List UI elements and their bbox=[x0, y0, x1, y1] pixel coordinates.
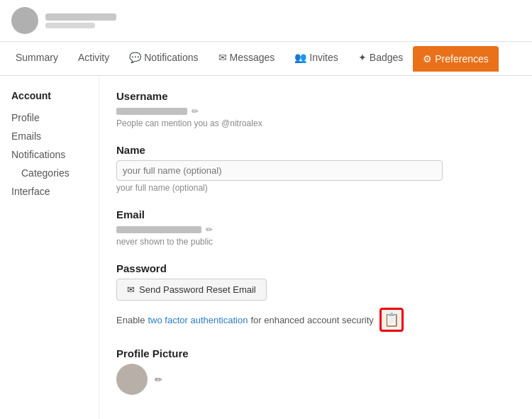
username-value-blur bbox=[116, 108, 187, 115]
email-value-blur bbox=[116, 226, 201, 233]
username-label: Username bbox=[116, 90, 515, 102]
username-blur bbox=[45, 13, 116, 21]
main-layout: Account Profile Emails Notifications Cat… bbox=[0, 76, 532, 419]
profile-picture-edit-icon[interactable]: ✏ bbox=[155, 374, 162, 385]
profile-picture-image bbox=[116, 364, 148, 395]
pencil-clipboard-icon: 📋 bbox=[384, 312, 399, 328]
tab-notifications[interactable]: 💬 Notifications bbox=[119, 42, 208, 75]
sidebar-item-interface[interactable]: Interface bbox=[11, 182, 87, 201]
password-label: Password bbox=[116, 262, 515, 274]
email-row: ✏ bbox=[116, 225, 515, 235]
send-password-reset-button[interactable]: ✉ Send Password Reset Email bbox=[116, 279, 267, 301]
username-edit-icon[interactable]: ✏ bbox=[192, 106, 199, 116]
username-row: ✏ bbox=[116, 106, 515, 116]
name-label: Name bbox=[116, 144, 515, 156]
envelope-icon-btn: ✉ bbox=[127, 284, 135, 295]
name-section: Name your full name (optional) bbox=[116, 144, 515, 193]
profile-picture-label: Profile Picture bbox=[116, 347, 515, 359]
gear-icon: ⚙ bbox=[423, 53, 432, 65]
name-input[interactable] bbox=[116, 160, 443, 181]
two-factor-link[interactable]: two factor authentication bbox=[148, 315, 248, 325]
tab-messages[interactable]: ✉ Messages bbox=[209, 42, 285, 75]
users-icon: 👥 bbox=[294, 52, 306, 63]
two-factor-line: Enable two factor authentication for enh… bbox=[116, 308, 515, 332]
username-hint: People can mention you as @nitroalex bbox=[116, 118, 515, 128]
email-hint: never shown to the public bbox=[116, 237, 515, 247]
tab-invites[interactable]: 👥 Invites bbox=[284, 42, 348, 75]
two-factor-highlighted-icon[interactable]: 📋 bbox=[379, 308, 404, 332]
name-hint: your full name (optional) bbox=[116, 183, 515, 193]
sidebar-item-profile[interactable]: Profile bbox=[11, 108, 87, 127]
asterisk-icon: ✦ bbox=[358, 52, 367, 63]
user-sub-blur bbox=[45, 23, 95, 28]
user-info bbox=[45, 13, 116, 28]
profile-pic-row: ✏ bbox=[116, 364, 515, 395]
envelope-icon: ✉ bbox=[218, 52, 227, 63]
sidebar-item-notifications[interactable]: Notifications bbox=[11, 145, 87, 164]
avatar bbox=[11, 7, 38, 34]
content: Username ✏ People can mention you as @ni… bbox=[99, 76, 532, 419]
speech-icon: 💬 bbox=[129, 52, 141, 63]
sidebar-item-categories[interactable]: Categories bbox=[11, 164, 87, 182]
sidebar-item-emails[interactable]: Emails bbox=[11, 127, 87, 145]
user-bar bbox=[0, 0, 532, 42]
email-edit-icon[interactable]: ✏ bbox=[206, 225, 213, 235]
profile-picture-section: Profile Picture ✏ bbox=[116, 347, 515, 395]
password-section: Password ✉ Send Password Reset Email Ena… bbox=[116, 262, 515, 332]
sidebar-section-title: Account bbox=[11, 90, 87, 101]
email-section: Email ✏ never shown to the public bbox=[116, 208, 515, 247]
nav-tabs: Summary Activity 💬 Notifications ✉ Messa… bbox=[0, 42, 532, 76]
tab-activity[interactable]: Activity bbox=[68, 42, 119, 75]
tab-preferences[interactable]: ⚙ Preferences bbox=[413, 46, 498, 72]
tab-summary[interactable]: Summary bbox=[6, 42, 68, 75]
tab-badges[interactable]: ✦ Badges bbox=[348, 42, 413, 75]
username-section: Username ✏ People can mention you as @ni… bbox=[116, 90, 515, 128]
email-label: Email bbox=[116, 208, 515, 220]
sidebar: Account Profile Emails Notifications Cat… bbox=[0, 76, 99, 419]
